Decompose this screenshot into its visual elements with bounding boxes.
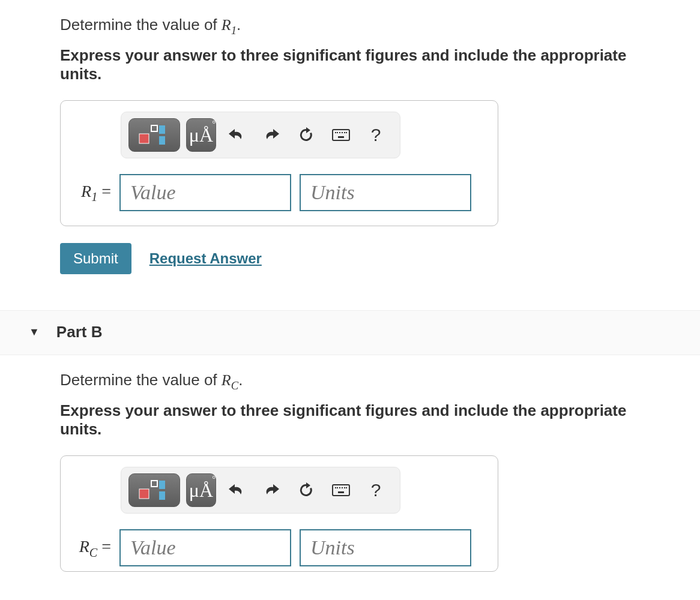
answer-label: R1 = xyxy=(74,182,111,204)
answer-label-b: RC = xyxy=(74,537,111,559)
prompt-text-b: Determine the value of RC. xyxy=(60,371,640,392)
answer-toolbar-b: μÅ ? xyxy=(121,467,400,514)
prompt-var: R xyxy=(222,16,231,34)
svg-rect-3 xyxy=(159,136,165,145)
part-b-header[interactable]: ▼ Part B xyxy=(0,310,700,355)
instructions-b: Express your answer to three significant… xyxy=(60,401,640,439)
answer-row: R1 = Value Units xyxy=(74,174,484,211)
collapse-caret-icon[interactable]: ▼ xyxy=(29,326,40,338)
keyboard-button[interactable] xyxy=(327,121,355,149)
help-button[interactable]: ? xyxy=(361,476,390,505)
submit-button[interactable]: Submit xyxy=(60,243,131,274)
answer-row-b: RC = Value Units xyxy=(74,529,484,566)
reset-button[interactable] xyxy=(292,476,321,505)
keyboard-button[interactable] xyxy=(327,476,355,505)
value-input[interactable]: Value xyxy=(119,174,291,211)
templates-button[interactable] xyxy=(128,118,180,152)
redo-button[interactable] xyxy=(257,121,286,149)
templates-button[interactable] xyxy=(128,473,180,507)
part-a-block: Determine the value of R1. Express your … xyxy=(0,0,700,280)
prompt-text: Determine the value of R1. xyxy=(60,16,640,37)
reset-button[interactable] xyxy=(292,121,321,149)
undo-button[interactable] xyxy=(222,121,251,149)
units-input[interactable]: Units xyxy=(300,529,471,566)
svg-rect-4 xyxy=(139,489,149,499)
undo-button[interactable] xyxy=(222,476,251,505)
prompt-sub: 1 xyxy=(231,24,237,37)
prompt-prefix: Determine the value of xyxy=(60,16,222,34)
answer-box: μÅ ? R1 = Value xyxy=(60,100,498,226)
svg-rect-7 xyxy=(159,491,165,500)
units-button[interactable]: μÅ xyxy=(186,118,216,152)
svg-rect-6 xyxy=(159,481,165,489)
action-row: Submit Request Answer xyxy=(60,243,640,274)
part-b-block: Determine the value of RC. Express your … xyxy=(0,355,700,578)
instructions: Express your answer to three significant… xyxy=(60,46,640,83)
units-input[interactable]: Units xyxy=(300,174,471,211)
answer-toolbar: μÅ ? xyxy=(121,112,400,158)
keyboard-icon xyxy=(332,484,350,496)
redo-button[interactable] xyxy=(257,476,286,505)
value-input[interactable]: Value xyxy=(119,529,291,566)
svg-rect-5 xyxy=(151,481,157,487)
help-button[interactable]: ? xyxy=(361,121,390,149)
prompt-suffix: . xyxy=(237,16,241,34)
answer-box-b: μÅ ? RC = Value xyxy=(60,455,498,572)
svg-rect-0 xyxy=(139,134,149,143)
svg-rect-2 xyxy=(159,125,165,134)
part-b-title: Part B xyxy=(56,323,103,341)
units-button[interactable]: μÅ xyxy=(186,473,216,507)
request-answer-link[interactable]: Request Answer xyxy=(149,250,262,267)
svg-rect-1 xyxy=(151,125,157,131)
keyboard-icon xyxy=(332,129,350,141)
